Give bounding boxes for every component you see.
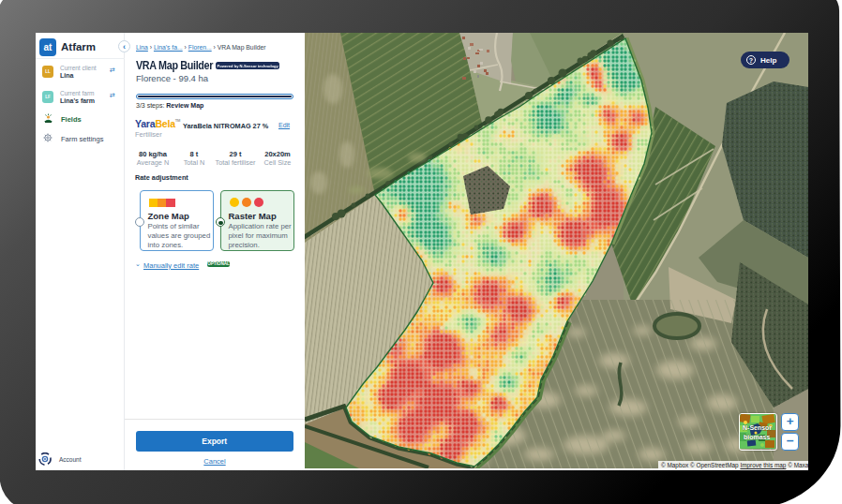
svg-text:N-Sensor: N-Sensor	[743, 424, 772, 431]
svg-text:biomass: biomass	[744, 434, 771, 440]
